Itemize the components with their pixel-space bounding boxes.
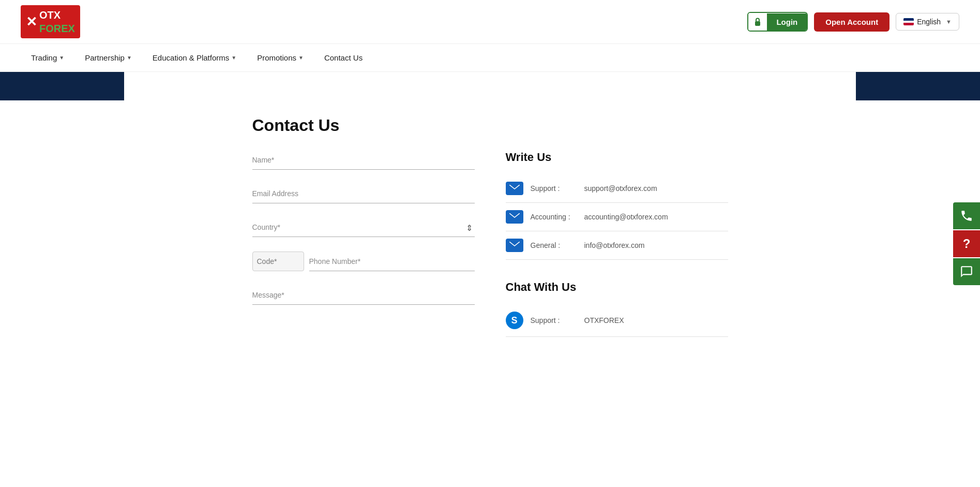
contact-row-support: Support : support@otxforex.com [506, 174, 728, 203]
lock-icon [748, 13, 767, 31]
email-input[interactable] [252, 184, 475, 203]
mail-icon [506, 239, 523, 252]
header-right: Login Open Account English ▼ [747, 12, 959, 32]
nav-item-trading[interactable]: Trading ▼ [21, 44, 74, 71]
chevron-down-icon: ▼ [231, 55, 236, 61]
country-select[interactable]: Country* [252, 218, 475, 237]
chat-support-value: OTXFOREX [584, 316, 624, 324]
phone-code-input[interactable] [252, 252, 304, 271]
write-us-title: Write Us [506, 151, 728, 164]
message-input[interactable] [252, 286, 475, 305]
support-label: Support : [531, 184, 577, 193]
skype-icon: S [506, 312, 523, 329]
nav-promotions-label: Promotions [257, 53, 296, 62]
content-grid: Country* ⇕ Write Us [252, 151, 728, 337]
email-field-group [252, 184, 475, 203]
open-account-button[interactable]: Open Account [814, 12, 889, 32]
question-icon: ? [963, 237, 971, 251]
logo-otx-text: OTX [39, 9, 61, 21]
chevron-down-icon: ▼ [59, 55, 64, 61]
country-field-group: Country* ⇕ [252, 218, 475, 237]
name-input[interactable] [252, 151, 475, 170]
main-content: Contact Us Country* ⇕ [128, 100, 852, 352]
hero-banner-inner [124, 72, 856, 100]
login-label: Login [767, 13, 807, 31]
country-select-wrapper: Country* ⇕ [252, 218, 475, 237]
login-button[interactable]: Login [747, 12, 808, 32]
chat-support-label: Support : [531, 316, 577, 324]
floating-chat-button[interactable] [953, 258, 980, 285]
chat-row-support: S Support : OTXFOREX [506, 304, 728, 337]
phone-field-group [252, 252, 475, 271]
nav-contact-label: Contact Us [324, 53, 363, 62]
nav-item-partnership[interactable]: Partnership ▼ [74, 44, 142, 71]
chevron-down-icon: ▼ [298, 55, 304, 61]
chat-us-title: Chat With Us [506, 281, 728, 294]
logo-x-icon: ✕ [26, 14, 37, 30]
floating-phone-button[interactable] [953, 202, 980, 229]
contact-row-general: General : info@otxforex.com [506, 231, 728, 260]
general-email: info@otxforex.com [584, 241, 645, 249]
floating-buttons: ? [953, 202, 980, 285]
contact-info: Write Us Support : support@otxforex.com [506, 151, 728, 337]
language-label: English [917, 18, 941, 26]
logo-forex-text: FOREX [39, 23, 75, 34]
language-selector[interactable]: English ▼ [896, 13, 959, 31]
page-title: Contact Us [252, 116, 728, 135]
nav-item-education[interactable]: Education & Platforms ▼ [142, 44, 247, 71]
nav-item-promotions[interactable]: Promotions ▼ [247, 44, 314, 71]
nav-item-contact[interactable]: Contact Us [314, 44, 373, 71]
name-field-group [252, 151, 475, 170]
phone-number-input[interactable] [309, 252, 475, 271]
chat-section: Chat With Us S Support : OTXFOREX [506, 281, 728, 337]
nav-partnership-label: Partnership [85, 53, 125, 62]
mail-icon [506, 182, 523, 195]
nav-trading-label: Trading [31, 53, 57, 62]
flag-icon [903, 18, 914, 25]
mail-icon [506, 210, 523, 224]
contact-form: Country* ⇕ [252, 151, 475, 319]
svg-rect-0 [755, 21, 760, 26]
general-label: General : [531, 241, 577, 249]
navigation: Trading ▼ Partnership ▼ Education & Plat… [0, 44, 980, 72]
chevron-down-icon: ▼ [946, 19, 952, 25]
contact-row-accounting: Accounting : accounting@otxforex.com [506, 203, 728, 231]
nav-education-label: Education & Platforms [153, 53, 229, 62]
hero-banner [0, 72, 980, 100]
accounting-email: accounting@otxforex.com [584, 213, 668, 221]
support-email: support@otxforex.com [584, 184, 657, 193]
floating-help-button[interactable]: ? [953, 230, 980, 257]
logo[interactable]: ✕ OTX FOREX [21, 5, 80, 38]
header: ✕ OTX FOREX Login Open Account English ▼ [0, 0, 980, 44]
chevron-down-icon: ▼ [127, 55, 132, 61]
accounting-label: Accounting : [531, 213, 577, 221]
message-field-group [252, 286, 475, 305]
